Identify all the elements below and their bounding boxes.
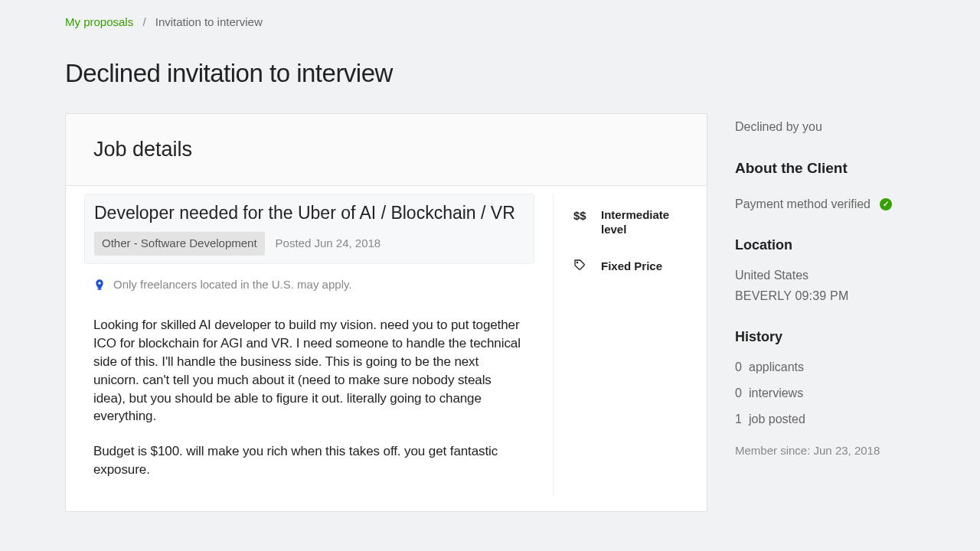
job-description: Looking for skilled AI developer to buil… [84, 316, 534, 478]
location-heading: Location [735, 235, 915, 256]
svg-point-1 [577, 262, 577, 262]
card-header: Job details [66, 114, 707, 186]
history-row: 0 applicants [735, 358, 915, 377]
project-type-label: Fixed Price [601, 259, 662, 274]
member-since: Member since: Jun 23, 2018 [735, 442, 915, 460]
job-details-card: Job details Developer needed for the Ube… [65, 113, 707, 512]
client-city-time: BEVERLY 09:39 PM [735, 287, 915, 305]
history-block: History 0 applicants 0 interviews 1 job … [735, 327, 915, 460]
history-count: 0 [735, 358, 743, 377]
breadcrumb-separator: / [142, 15, 145, 28]
history-count: 1 [735, 410, 743, 429]
svg-rect-0 [97, 289, 101, 289]
job-title: Developer needed for the Uber of AI / Bl… [94, 202, 524, 225]
history-count: 0 [735, 384, 743, 403]
location-block: Location United States BEVERLY 09:39 PM [735, 235, 915, 305]
description-paragraph: Looking for skilled AI developer to buil… [93, 316, 525, 425]
history-row: 1 job posted [735, 410, 915, 429]
experience-level: $$ Intermediate level [573, 207, 688, 237]
history-label: interviews [749, 384, 803, 403]
client-sidebar: Declined by you About the Client Payment… [735, 113, 915, 481]
location-restriction: Only freelancers located in the U.S. may… [84, 267, 534, 303]
experience-level-label: Intermediate level [601, 207, 688, 237]
history-label: job posted [749, 410, 805, 429]
posted-date: Posted Jun 24, 2018 [276, 235, 381, 253]
tag-icon [573, 259, 589, 276]
payment-verified-text: Payment method verified [735, 195, 871, 214]
client-country: United States [735, 266, 915, 285]
history-heading: History [735, 327, 915, 347]
card-header-title: Job details [93, 134, 679, 165]
history-row: 0 interviews [735, 384, 915, 403]
project-type: Fixed Price [573, 259, 688, 276]
breadcrumb-back-link[interactable]: My proposals [65, 15, 133, 28]
breadcrumb: My proposals / Invitation to interview [65, 14, 915, 31]
job-title-block: Developer needed for the Uber of AI / Bl… [84, 194, 534, 264]
about-client-heading: About the Client [735, 158, 915, 180]
page-title: Declined invitation to interview [65, 54, 915, 93]
breadcrumb-current: Invitation to interview [155, 15, 263, 28]
description-paragraph: Budget is $100. will make you rich when … [93, 442, 525, 479]
restriction-text: Only freelancers located in the U.S. may… [113, 276, 352, 294]
verified-check-icon: ✓ [880, 198, 892, 210]
dollar-icon: $$ [573, 207, 589, 225]
payment-verified-row: Payment method verified ✓ [735, 195, 915, 214]
declined-status: Declined by you [735, 118, 915, 136]
location-pin-icon [93, 279, 106, 291]
history-label: applicants [749, 358, 804, 377]
job-attributes: $$ Intermediate level Fixed Price [554, 194, 707, 496]
category-chip[interactable]: Other - Software Development [94, 232, 265, 256]
